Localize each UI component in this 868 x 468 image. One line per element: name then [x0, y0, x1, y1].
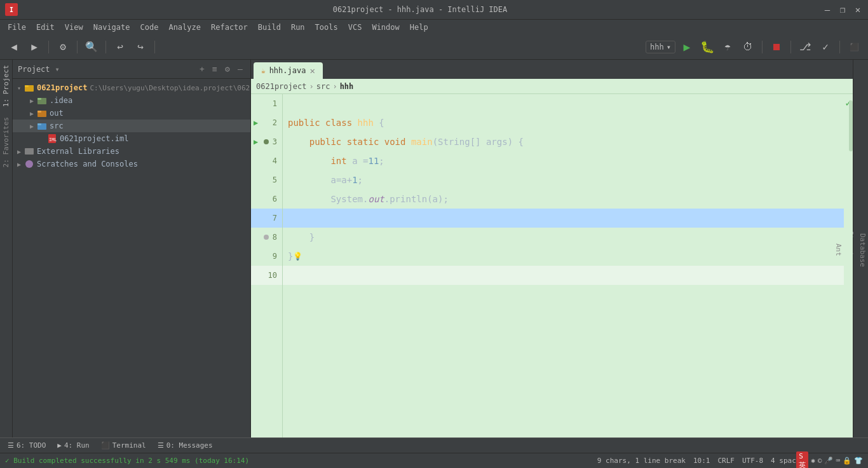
tree-item-idea-label: .idea [50, 96, 72, 105]
redo-button[interactable]: ↪ [132, 38, 149, 56]
breadcrumb-src[interactable]: src [316, 82, 330, 91]
gutter-line-3: ▶ 3 [251, 132, 282, 151]
ime-icon-1: ✱ [811, 457, 815, 465]
code-line-8: } [283, 228, 844, 247]
minimize-button[interactable]: — [822, 4, 832, 15]
indent-3 [288, 137, 309, 147]
menu-help[interactable]: Help [405, 22, 433, 33]
menu-file[interactable]: File [3, 22, 31, 33]
kw-public-3: public [309, 137, 347, 147]
breakpoint-3[interactable] [264, 139, 269, 144]
left-sidebar-labels: 1: Project 2: Favorites [0, 60, 13, 437]
line-num-1: 1 [273, 99, 277, 108]
line-num-4: 4 [273, 156, 277, 165]
scroll-thumb[interactable] [849, 100, 853, 151]
coverage-button[interactable]: ☂ [719, 38, 736, 56]
run-button[interactable]: ▶ [678, 38, 696, 56]
menu-refactor[interactable]: Refactor [206, 22, 253, 33]
undo-button[interactable]: ↩ [111, 38, 129, 56]
bottom-tab-todo[interactable]: ☰ 6: TODO [3, 440, 51, 451]
encoding[interactable]: UTF-8 [742, 457, 763, 465]
code-line-5: a=a+1; [283, 170, 844, 189]
breadcrumb-project[interactable]: 0621project [256, 82, 306, 91]
menu-navigate[interactable]: Navigate [88, 22, 135, 33]
status-right: 9 chars, 1 line break 10:1 CRLF UTF-8 4 … [597, 451, 863, 469]
tab-bar: ☕ hhh.java ✕ [251, 60, 853, 79]
run-config-selector[interactable]: hhh ▾ [646, 41, 675, 53]
cursor-position[interactable]: 10:1 [693, 457, 710, 465]
forward-button[interactable]: ▶ [25, 38, 43, 56]
menu-analyze[interactable]: Analyze [163, 22, 206, 33]
class-system: System [330, 194, 363, 204]
tree-root[interactable]: ▾ 0621project C:\Users\yugu\Desktop\idea… [13, 81, 250, 94]
bottom-tab-messages[interactable]: ☰ 0: Messages [153, 440, 218, 451]
bottom-tab-run[interactable]: ▶ 4: Run [52, 440, 94, 451]
chars-info[interactable]: 9 chars, 1 line break [597, 457, 686, 465]
brace-close-8: } [309, 232, 315, 242]
dot-println: .println( [384, 194, 433, 204]
ext-libs-icon [24, 146, 34, 156]
menu-edit[interactable]: Edit [31, 22, 60, 33]
menu-window[interactable]: Window [367, 22, 404, 33]
sidebar-label-favorites[interactable]: 2: Favorites [1, 112, 11, 172]
messages-icon: ☰ [158, 441, 164, 450]
terminal-button[interactable]: ⬛ [845, 38, 863, 56]
stop-button[interactable]: ⏹ [768, 38, 785, 56]
menu-view[interactable]: View [60, 22, 88, 33]
separator-5 [762, 41, 763, 53]
sidebar-label-project[interactable]: 1: Project [1, 60, 11, 112]
hide-icon[interactable]: — [235, 64, 245, 74]
titlebar: I 0621project - hhh.java - IntelliJ IDEA… [0, 0, 868, 19]
editor-area: ☕ hhh.java ✕ 0621project › src › hhh 1 [251, 60, 853, 437]
code-editor[interactable]: 1 ▶ 2 ▶ 3 4 5 [251, 94, 853, 437]
line-number-gutter: 1 ▶ 2 ▶ 3 4 5 [251, 94, 283, 437]
toolbar: ◀ ▶ ⚙ 🔍 ↩ ↪ hhh ▾ ▶ 🐛 ☂ ⏱ ⏹ ⎇ ✓ ⬛ [0, 34, 868, 60]
menu-code[interactable]: Code [135, 22, 164, 33]
menu-build[interactable]: Build [253, 22, 286, 33]
tree-item-src-label: src [50, 121, 64, 130]
src-folder-icon [37, 121, 47, 131]
tree-item-iml[interactable]: ▶ IML 0621project.iml [13, 132, 250, 145]
search-button[interactable]: 🔍 [83, 38, 100, 56]
breadcrumb-hhh[interactable]: hhh [340, 82, 354, 91]
app-icon: I [5, 3, 18, 16]
add-icon[interactable]: + [197, 64, 207, 74]
tree-item-src[interactable]: ▶ src [13, 120, 250, 132]
debug-button[interactable]: 🐛 [698, 38, 716, 56]
tab-hhh-java[interactable]: ☕ hhh.java ✕ [254, 62, 323, 79]
back-button[interactable]: ◀ [5, 38, 23, 56]
expand-scratches-icon: ▶ [15, 160, 23, 168]
bottom-tab-terminal[interactable]: ⬛ Terminal [96, 440, 151, 451]
tab-close-button[interactable]: ✕ [309, 65, 315, 76]
tree-item-out[interactable]: ▶ out [13, 107, 250, 120]
right-tab-database[interactable]: Database [857, 230, 868, 271]
indent-5 [288, 175, 330, 185]
tree-root-name: 0621project [37, 83, 87, 92]
op-assign: = [363, 156, 368, 166]
menu-run[interactable]: Run [286, 22, 310, 33]
settings-button[interactable]: ⚙ [54, 38, 72, 56]
collapse-icon[interactable]: ≡ [210, 64, 220, 74]
tree-item-idea[interactable]: ▶ .idea [13, 94, 250, 107]
profile-button[interactable]: ⏱ [739, 38, 757, 56]
var-a-6: a [433, 194, 438, 204]
line-num-5: 5 [273, 176, 277, 184]
menu-vcs[interactable]: VCS [343, 22, 367, 33]
svg-point-11 [25, 160, 33, 168]
kw-public-2: public [288, 118, 325, 128]
tree-item-ext-libs[interactable]: ▶ External Libraries [13, 145, 250, 158]
project-header-icons: + ≡ ⚙ — [197, 64, 245, 74]
op-5: =a+ [336, 175, 352, 185]
tree-item-scratches[interactable]: ▶ Scratches and Consoles [13, 158, 250, 170]
git-button[interactable]: ⎇ [796, 38, 814, 56]
right-tab-ant[interactable]: Ant [833, 240, 844, 260]
messages-label: 0: Messages [166, 441, 213, 450]
line-separator[interactable]: CRLF [717, 457, 735, 465]
close-button[interactable]: ✕ [853, 4, 863, 15]
maximize-button[interactable]: ❐ [837, 4, 848, 15]
commit-button[interactable]: ✓ [817, 38, 834, 56]
code-content[interactable]: public class hhh { public static void ma… [283, 94, 844, 437]
settings-icon[interactable]: ⚙ [222, 64, 233, 74]
menu-tools[interactable]: Tools [310, 22, 343, 33]
project-panel: Project ▾ + ≡ ⚙ — ▾ 0621project C:\Users… [13, 60, 251, 437]
